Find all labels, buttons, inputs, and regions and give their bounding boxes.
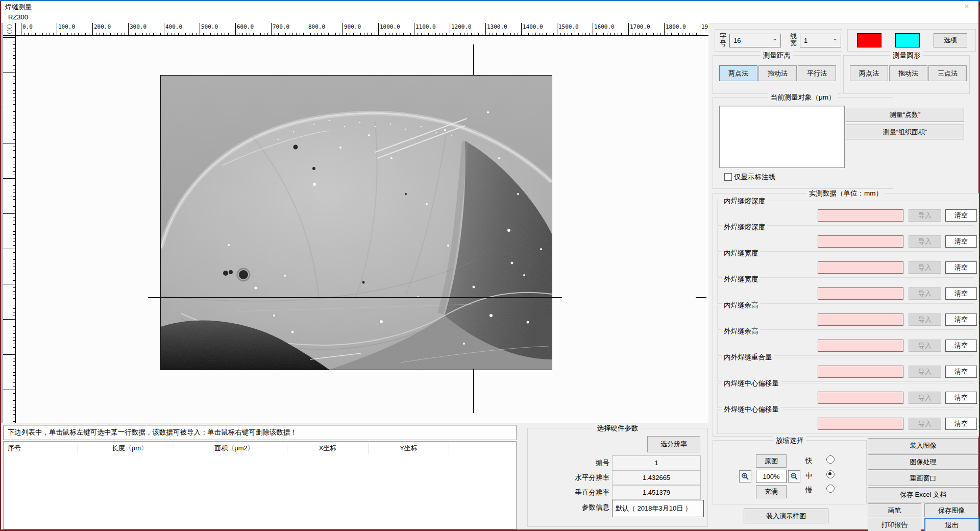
measured-value-field[interactable]	[818, 287, 903, 300]
import-button[interactable]: 导入	[909, 261, 941, 274]
speed-radio-1[interactable]	[826, 455, 835, 464]
select-resolution-button[interactable]: 选分辨率	[647, 436, 700, 452]
hardware-field-value-4[interactable]: 默认（ 2018年3月10日 ）	[612, 500, 704, 517]
clear-button[interactable]: 清空	[945, 418, 977, 430]
hardware-field-value-1[interactable]: 1	[612, 455, 701, 470]
speed-radio-2[interactable]	[826, 470, 835, 478]
h-ruler-minor-tick	[500, 33, 500, 35]
h-ruler-minor-tick	[596, 33, 597, 35]
options-button[interactable]: 选项	[934, 33, 967, 47]
secondary-color-swatch[interactable]	[895, 33, 920, 47]
h-ruler-minor-tick	[375, 33, 375, 35]
v-ruler-minor-tick	[13, 421, 15, 422]
v-ruler-minor-tick	[13, 382, 15, 383]
h-ruler-minor-tick	[110, 33, 111, 35]
v-ruler-minor-tick	[13, 48, 15, 49]
line-width-select[interactable]: 1 ⌄	[800, 34, 841, 47]
measurement-listbox[interactable]	[719, 106, 845, 168]
h-ruler-major-tick	[485, 23, 486, 35]
import-button[interactable]: 导入	[909, 340, 941, 352]
h-ruler-label: 200.0	[94, 23, 111, 30]
v-ruler-minor-tick	[13, 256, 15, 256]
distance-method-button-1[interactable]: 两点法	[719, 65, 757, 81]
distance-method-button-2[interactable]: 拖动法	[758, 65, 797, 81]
status-box: 下边列表中，单击鼠标左键可选中某一行数据，该数据可被导入；单击鼠标右键可删除该数…	[3, 425, 517, 440]
close-icon[interactable]: ×	[962, 2, 971, 11]
h-ruler-label: 800.0	[308, 23, 325, 30]
circle-method-button-2[interactable]: 拖动法	[889, 65, 927, 81]
import-button[interactable]: 导入	[909, 418, 941, 430]
clear-button[interactable]: 清空	[945, 261, 977, 274]
load-demo-image-button[interactable]: 装入演示样图	[744, 509, 828, 523]
h-ruler-minor-tick	[325, 33, 325, 35]
results-table[interactable]: 序号长度〈μm〉面积〈μm2〉X坐标Y坐标	[3, 441, 517, 529]
import-button[interactable]: 导入	[909, 366, 941, 378]
hardware-field-value-3[interactable]: 1.451379	[612, 485, 701, 500]
image-canvas[interactable]	[16, 36, 708, 423]
weld-specimen-image[interactable]	[160, 75, 552, 370]
exit-button[interactable]: 退出	[924, 518, 979, 531]
save-image-button[interactable]: 保存图像	[924, 503, 978, 517]
measured-value-field[interactable]	[818, 418, 903, 430]
current-object-title: 当前测量对象（μm）	[768, 93, 838, 102]
distance-method-button-3[interactable]: 平行法	[798, 65, 836, 81]
v-ruler-minor-tick	[13, 97, 15, 98]
speed-radio-3[interactable]	[826, 485, 835, 493]
font-size-select[interactable]: 16 ⌄	[729, 34, 781, 47]
v-ruler-label: 100.0	[3, 55, 4, 71]
clear-button[interactable]: 清空	[945, 340, 977, 352]
circle-method-button-1[interactable]: 两点法	[850, 65, 888, 81]
measure-area-button[interactable]: 测量“组织面积”	[846, 125, 964, 139]
h-ruler-minor-tick	[407, 33, 407, 35]
show-annotation-checkbox[interactable]	[724, 173, 732, 181]
clear-button[interactable]: 清空	[945, 313, 977, 326]
measured-value-field[interactable]	[818, 313, 903, 326]
h-ruler-minor-tick	[207, 33, 207, 35]
h-ruler-major-tick	[92, 23, 93, 35]
h-ruler-minor-tick	[507, 33, 507, 35]
h-ruler-minor-tick	[317, 33, 318, 35]
h-ruler-minor-tick	[685, 33, 686, 35]
measure-circle-group: 测量圆形 两点法拖动法三点法	[843, 55, 970, 94]
menu-item-rz300[interactable]: RZ300	[8, 13, 28, 21]
h-ruler-label: 1700.0	[630, 23, 650, 30]
h-ruler-minor-tick	[139, 33, 139, 35]
h-ruler-minor-tick	[403, 33, 404, 35]
h-ruler-label: 1300.0	[487, 23, 507, 30]
circle-method-button-3[interactable]: 三点法	[928, 65, 967, 81]
action-button-1[interactable]: 装入图像	[868, 438, 978, 453]
measured-row: 内焊缝中心偏移量导入清空	[717, 383, 974, 408]
measured-value-field[interactable]	[818, 235, 903, 248]
clear-button[interactable]: 清空	[945, 235, 977, 248]
measure-points-button[interactable]: 测量“点数”	[846, 108, 964, 122]
clear-button[interactable]: 清空	[945, 287, 977, 300]
print-report-button[interactable]: 打印报告	[868, 518, 921, 531]
measured-value-field[interactable]	[818, 209, 903, 222]
pen-button[interactable]: 画笔	[868, 503, 921, 517]
h-ruler-major-tick	[593, 23, 593, 35]
clear-button[interactable]: 清空	[945, 392, 977, 404]
action-button-4[interactable]: 保存 Excel 文档	[868, 487, 978, 502]
v-ruler-minor-tick	[13, 361, 15, 362]
measured-value-field[interactable]	[818, 340, 903, 352]
import-button[interactable]: 导入	[909, 235, 941, 248]
clear-button[interactable]: 清空	[945, 366, 977, 378]
h-ruler-minor-tick	[353, 33, 354, 35]
clear-button[interactable]: 清空	[945, 209, 977, 222]
hardware-field-value-2[interactable]: 1.432665	[612, 470, 701, 485]
primary-color-swatch[interactable]	[857, 33, 881, 47]
measured-value-field[interactable]	[818, 392, 903, 404]
h-ruler-minor-tick	[625, 33, 625, 35]
measured-value-field[interactable]	[818, 366, 903, 378]
measured-value-field[interactable]	[818, 261, 903, 274]
import-button[interactable]: 导入	[909, 392, 941, 404]
import-button[interactable]: 导入	[909, 287, 941, 300]
h-ruler-minor-tick	[314, 33, 314, 35]
import-button[interactable]: 导入	[909, 313, 941, 326]
h-ruler-minor-tick	[385, 33, 386, 35]
h-ruler-label: 0.0	[22, 23, 33, 30]
h-ruler-minor-tick	[518, 33, 518, 35]
import-button[interactable]: 导入	[909, 209, 941, 222]
action-button-2[interactable]: 图像处理	[868, 454, 978, 470]
action-button-3[interactable]: 重画窗口	[868, 471, 978, 486]
